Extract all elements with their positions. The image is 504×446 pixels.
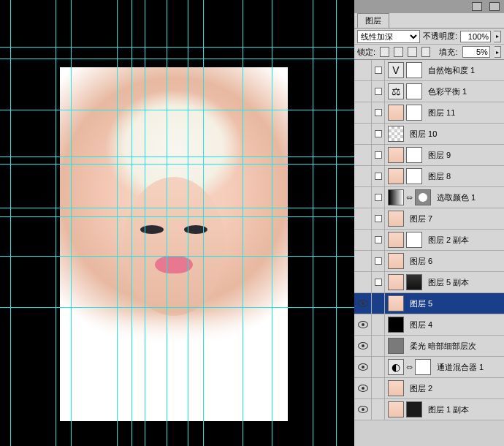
layer-thumb[interactable]: [406, 147, 422, 163]
layer-list[interactable]: V自然饱和度 1⚖色彩平衡 1图层 11图层 10图层 9图层 8⇔选取颜色 1…: [354, 60, 504, 446]
guide-horizontal[interactable]: [0, 47, 354, 48]
layer-name[interactable]: 图层 1 副本: [425, 404, 504, 415]
layer-visibility-toggle[interactable]: [354, 102, 372, 123]
layer-name[interactable]: 图层 2 副本: [425, 235, 504, 246]
opacity-arrow-icon[interactable]: ▸: [494, 31, 501, 42]
guide-horizontal[interactable]: [0, 208, 354, 208]
layer-row[interactable]: V自然饱和度 1: [354, 60, 504, 81]
layer-visibility-toggle[interactable]: [354, 272, 372, 292]
layer-row[interactable]: 图层 2 副本: [354, 230, 504, 251]
layer-visibility-toggle[interactable]: [354, 166, 372, 186]
layer-thumb[interactable]: [406, 83, 422, 99]
lock-pixels-icon[interactable]: [394, 47, 403, 57]
layer-visibility-toggle[interactable]: [354, 81, 372, 102]
layer-check-col[interactable]: [372, 336, 385, 356]
layer-check-col[interactable]: [372, 399, 385, 420]
layer-thumb[interactable]: [388, 189, 404, 205]
layer-visibility-toggle[interactable]: [354, 399, 372, 420]
guide-vertical[interactable]: [243, 0, 243, 446]
layer-thumb[interactable]: [406, 232, 422, 248]
layer-row[interactable]: 图层 2: [354, 378, 504, 399]
panel-menu-icon[interactable]: [472, 2, 482, 11]
layer-visibility-toggle[interactable]: [354, 336, 372, 356]
fill-value[interactable]: 5%: [462, 46, 490, 58]
layer-thumb[interactable]: V: [388, 62, 404, 78]
layer-thumb[interactable]: [388, 253, 404, 269]
layer-row[interactable]: 图层 4: [354, 314, 504, 336]
layer-row[interactable]: 图层 6: [354, 251, 504, 272]
layer-thumb[interactable]: [388, 211, 404, 227]
layer-thumb[interactable]: ⚖: [388, 83, 404, 99]
layer-name[interactable]: 选取颜色 1: [434, 192, 504, 203]
layer-row[interactable]: 图层 9: [354, 145, 504, 166]
guide-vertical[interactable]: [145, 0, 145, 446]
guide-horizontal[interactable]: [0, 164, 354, 165]
lock-all-icon[interactable]: [421, 47, 431, 57]
tab-layers[interactable]: 图层: [357, 13, 389, 28]
layer-check-col[interactable]: [372, 272, 385, 292]
layer-visibility-toggle[interactable]: [354, 251, 372, 271]
layer-visibility-toggle[interactable]: [354, 124, 372, 144]
guide-vertical[interactable]: [71, 0, 72, 446]
guide-horizontal[interactable]: [0, 216, 354, 217]
guide-vertical[interactable]: [272, 0, 272, 446]
blend-mode-select[interactable]: 线性加深: [357, 30, 420, 43]
layer-name[interactable]: 图层 4: [407, 320, 504, 330]
guide-vertical[interactable]: [10, 0, 11, 446]
guide-vertical[interactable]: [131, 0, 132, 446]
layer-row[interactable]: 图层 11: [354, 102, 504, 124]
layer-row[interactable]: 图层 7: [354, 208, 504, 230]
canvas-area[interactable]: [0, 0, 354, 446]
layer-visibility-toggle[interactable]: [354, 357, 372, 377]
layer-thumb[interactable]: [406, 168, 422, 184]
guide-vertical[interactable]: [203, 0, 204, 446]
layer-visibility-toggle[interactable]: [354, 208, 372, 229]
guide-horizontal[interactable]: [0, 58, 354, 59]
layer-thumb[interactable]: [388, 401, 404, 417]
layer-thumb[interactable]: [388, 274, 404, 290]
guide-vertical[interactable]: [336, 0, 337, 446]
guide-vertical[interactable]: [167, 0, 167, 446]
layer-name[interactable]: 通道混合器 1: [434, 362, 504, 373]
layer-thumb[interactable]: [388, 232, 404, 248]
layer-row[interactable]: 图层 5: [354, 293, 504, 314]
layer-visibility-toggle[interactable]: [354, 293, 372, 314]
layer-thumb[interactable]: [388, 338, 404, 354]
layer-row[interactable]: 图层 5 副本: [354, 272, 504, 293]
layer-thumb[interactable]: [388, 126, 404, 142]
layer-name[interactable]: 图层 5 副本: [425, 277, 504, 288]
layer-thumb[interactable]: [388, 168, 404, 184]
lock-transparent-icon[interactable]: [380, 47, 389, 57]
guide-horizontal[interactable]: [0, 110, 354, 110]
layer-name[interactable]: 图层 5: [407, 298, 504, 309]
layer-visibility-toggle[interactable]: [354, 187, 372, 208]
layer-check-col[interactable]: [372, 230, 385, 250]
layer-thumb[interactable]: [406, 105, 422, 121]
layer-thumb[interactable]: ◐: [388, 359, 404, 375]
guide-vertical[interactable]: [117, 0, 118, 446]
layer-check-col[interactable]: [372, 187, 385, 208]
layer-check-col[interactable]: [372, 102, 385, 123]
layer-row[interactable]: ◐⇔通道混合器 1: [354, 357, 504, 378]
layer-thumb[interactable]: [388, 380, 404, 396]
layer-name[interactable]: 柔光 暗部细部层次: [407, 341, 504, 352]
layer-check-col[interactable]: [372, 60, 385, 80]
layer-thumb[interactable]: [406, 401, 422, 417]
layer-check-col[interactable]: [372, 208, 385, 229]
guide-horizontal[interactable]: [0, 307, 354, 308]
layer-name[interactable]: 色彩平衡 1: [425, 86, 504, 97]
layer-check-col[interactable]: [372, 145, 385, 165]
fill-arrow-icon[interactable]: ▸: [495, 46, 501, 58]
layer-row[interactable]: 柔光 暗部细部层次: [354, 336, 504, 357]
lock-position-icon[interactable]: [408, 47, 417, 57]
layer-row[interactable]: 图层 8: [354, 166, 504, 187]
layer-check-col[interactable]: [372, 314, 385, 335]
guide-vertical[interactable]: [313, 0, 313, 446]
layer-visibility-toggle[interactable]: [354, 230, 372, 250]
opacity-value[interactable]: 100%: [460, 31, 491, 42]
layer-thumb[interactable]: [415, 189, 431, 205]
layer-visibility-toggle[interactable]: [354, 378, 372, 398]
layer-thumb[interactable]: [388, 147, 404, 163]
guide-vertical[interactable]: [56, 0, 56, 446]
layer-row[interactable]: ⇔选取颜色 1: [354, 187, 504, 208]
